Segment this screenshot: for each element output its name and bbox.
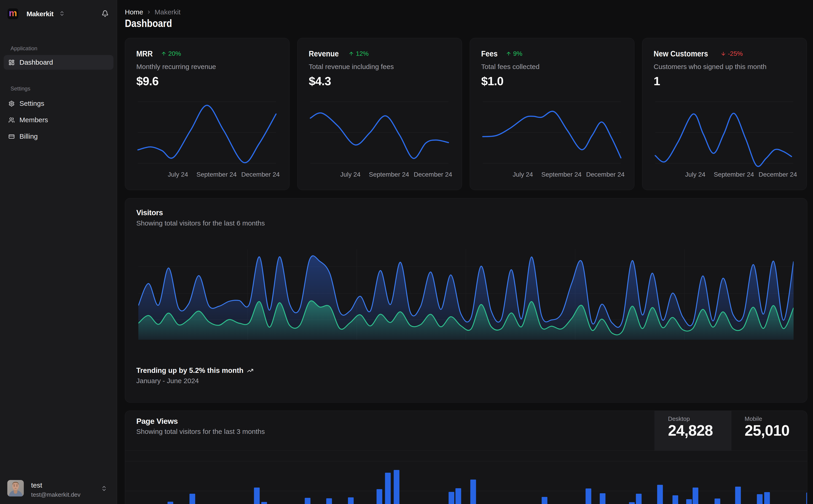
svg-text:July 24: July 24 [513,171,533,178]
svg-text:December 24: December 24 [759,171,797,178]
svg-text:December 24: December 24 [241,171,280,178]
svg-text:September 24: September 24 [369,171,409,178]
svg-text:July 24: July 24 [340,171,361,178]
svg-text:September 24: September 24 [196,171,237,178]
svg-text:September 24: September 24 [714,171,754,178]
svg-text:July 24: July 24 [168,171,188,178]
svg-text:July 24: July 24 [685,171,706,178]
svg-text:September 24: September 24 [541,171,581,178]
svg-text:December 24: December 24 [414,171,452,178]
svg-text:December 24: December 24 [586,171,625,178]
svg-text:m: m [9,8,17,18]
